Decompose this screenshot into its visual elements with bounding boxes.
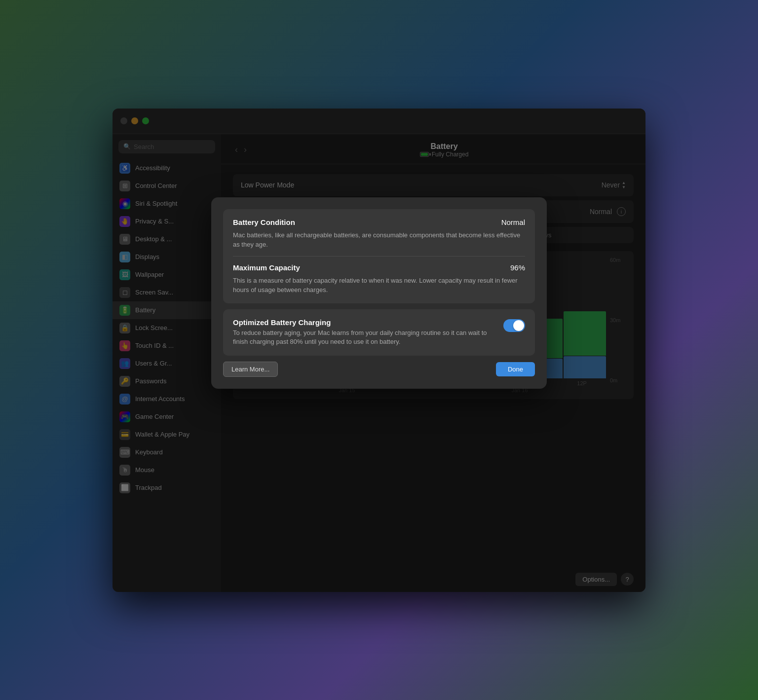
optimized-charging-toggle[interactable]	[503, 319, 525, 332]
maximum-capacity-label: Maximum Capacity	[233, 263, 300, 272]
battery-info-section: Battery Condition Normal Mac batteries, …	[223, 209, 535, 304]
maximum-capacity-row: Maximum Capacity 96%	[233, 263, 525, 272]
modal-divider	[233, 256, 525, 257]
window-body: 🔍 ♿ Accessibility ⊞ Control Center ◉ Sir…	[113, 134, 645, 592]
maximum-capacity-desc: This is a measure of battery capacity re…	[233, 277, 518, 294]
battery-health-modal: Battery Condition Normal Mac batteries, …	[221, 197, 547, 389]
optimized-charging-section: Optimized Battery Charging To reduce bat…	[223, 309, 535, 355]
battery-condition-value: Normal	[501, 218, 525, 226]
modal-overlay: Battery Condition Normal Mac batteries, …	[221, 134, 645, 592]
settings-window: 🔍 ♿ Accessibility ⊞ Control Center ◉ Sir…	[113, 109, 645, 592]
optimized-charging-text: Optimized Battery Charging To reduce bat…	[233, 318, 503, 346]
battery-condition-row: Battery Condition Normal	[233, 218, 525, 226]
done-button[interactable]: Done	[496, 362, 535, 376]
optimized-charging-row: Optimized Battery Charging To reduce bat…	[233, 318, 525, 346]
battery-condition-desc: Mac batteries, like all rechargeable bat…	[233, 230, 525, 249]
main-content: ‹ › Battery Fully Charged Low Power Mode	[221, 134, 645, 592]
modal-footer: Learn More... Done	[223, 362, 535, 377]
optimized-charging-desc: To reduce battery aging, your Mac learns…	[233, 329, 503, 346]
optimized-charging-label: Optimized Battery Charging	[233, 318, 503, 327]
battery-condition-label: Battery Condition	[233, 218, 295, 226]
maximum-capacity-value: 96%	[510, 263, 525, 272]
maximum-capacity-desc-container: This is a measure of battery capacity re…	[233, 276, 525, 295]
learn-more-button[interactable]: Learn More...	[223, 362, 278, 377]
